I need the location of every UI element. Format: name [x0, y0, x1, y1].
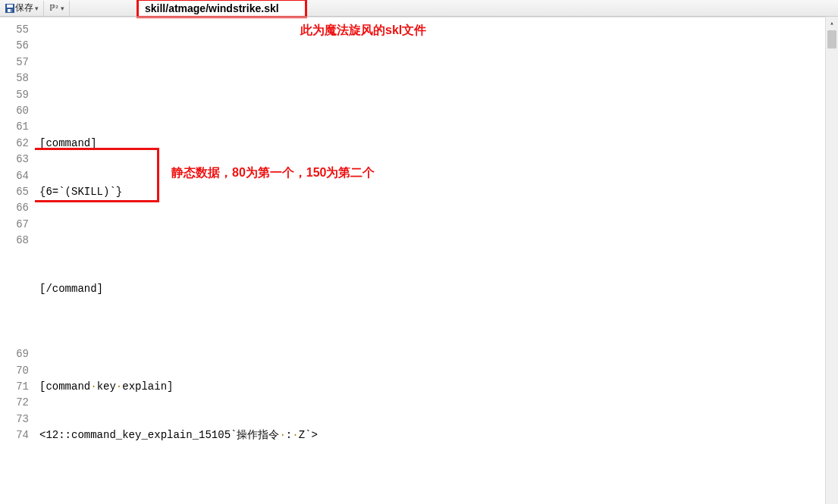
- toolbar: 保存 ▾ ℙ² ▾ skill/atmage/windstrike.skl: [0, 0, 838, 17]
- regex-icon: ℙ²: [49, 3, 59, 13]
- code-line: <12::command_key_explain_15105`操作指令·:·Z`…: [39, 427, 838, 443]
- scroll-up-arrow-icon[interactable]: ▴: [826, 17, 838, 30]
- editor[interactable]: 5556575859606162636465666768 69707172737…: [0, 17, 838, 504]
- chevron-down-icon[interactable]: ▾: [61, 5, 64, 12]
- whitespace-dot: ·: [90, 379, 96, 395]
- code-line: [39, 476, 838, 492]
- save-label: 保存: [15, 2, 33, 14]
- code-line: [39, 233, 838, 249]
- chevron-down-icon[interactable]: ▾: [35, 5, 39, 12]
- code-line: [39, 330, 838, 346]
- file-path-box: skill/atmage/windstrike.skl: [137, 0, 307, 17]
- code-line: {6=`(SKILL)`}: [39, 184, 838, 200]
- whitespace-dot: ·: [279, 427, 285, 443]
- code-line: [command·key·explain]: [39, 379, 838, 395]
- floppy-icon: [5, 3, 15, 14]
- code-line: [/command]: [39, 281, 838, 297]
- annotation-top: 此为魔法旋风的skl文件: [300, 22, 426, 38]
- annotation-static: 静态数据，80为第一个，150为第二个: [171, 164, 375, 180]
- line-number-gutter: 5556575859606162636465666768 69707172737…: [0, 17, 35, 504]
- svg-rect-3: [11, 9, 12, 12]
- code-area[interactable]: 此为魔法旋风的skl文件 静态数据，80为第一个，150为第二个 [comman…: [35, 17, 838, 504]
- code-line: [command]: [39, 136, 838, 152]
- whitespace-dot: ·: [116, 379, 122, 395]
- vertical-scrollbar[interactable]: ▴: [825, 17, 838, 504]
- save-button[interactable]: 保存 ▾: [0, 1, 44, 16]
- regex-button[interactable]: ℙ² ▾: [44, 1, 70, 16]
- svg-rect-1: [7, 5, 13, 8]
- whitespace-dot: ·: [292, 427, 298, 443]
- scroll-thumb[interactable]: [827, 30, 836, 49]
- file-path: skill/atmage/windstrike.skl: [137, 0, 307, 18]
